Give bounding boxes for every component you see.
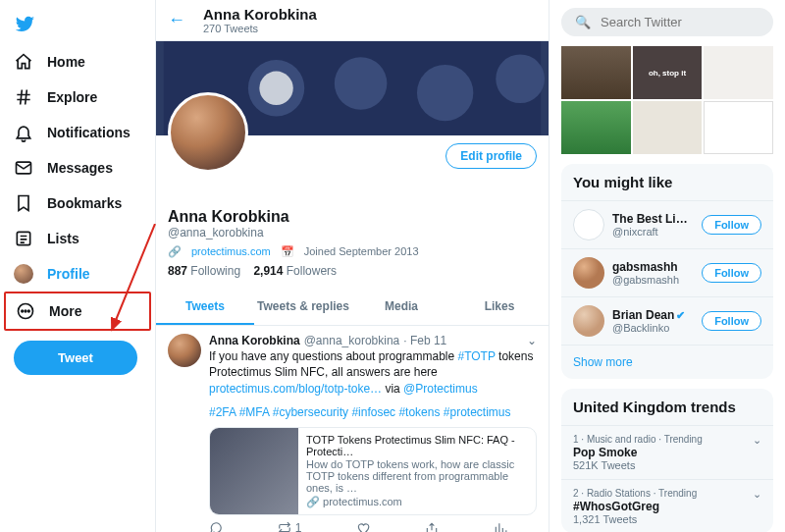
share-button[interactable]: [425, 521, 439, 532]
svg-point-5: [28, 310, 30, 312]
svg-point-4: [25, 310, 26, 312]
nav-label: Notifications: [47, 125, 131, 140]
profile-handle: @anna_korobkina: [168, 226, 537, 239]
nav-more[interactable]: More: [4, 292, 151, 331]
tab-replies[interactable]: Tweets & replies: [254, 290, 352, 325]
user-handle: @Backlinko: [612, 322, 694, 334]
tweet-author-handle[interactable]: @anna_korobkina: [304, 334, 400, 347]
tweet[interactable]: Anna Korobkina @anna_korobkina · Feb 11 …: [156, 326, 549, 532]
svg-point-3: [22, 310, 24, 312]
twitter-logo[interactable]: [4, 8, 151, 44]
verified-badge-icon: ✔: [676, 309, 685, 321]
primary-nav: Home Explore Notifications Messages Book…: [0, 0, 155, 532]
user-name: The Best Linux Blog I…: [612, 212, 694, 226]
trend-caret-icon[interactable]: ⌄: [753, 434, 761, 447]
nav-label: Explore: [47, 89, 97, 105]
search-icon: 🔍: [575, 15, 591, 29]
tweet-hashtags[interactable]: #2FA #MFA #cybersecurity #infosec #token…: [209, 405, 537, 419]
nav-label: Home: [47, 54, 85, 70]
tab-tweets[interactable]: Tweets: [156, 290, 254, 325]
trend-name: Pop Smoke: [573, 446, 761, 459]
mail-icon: [14, 158, 33, 178]
media-thumb[interactable]: [704, 46, 773, 99]
panel-title: United Kingdom trends: [561, 389, 773, 425]
svg-point-11: [496, 54, 545, 103]
nav-notifications[interactable]: Notifications: [4, 115, 151, 150]
svg-point-9: [335, 57, 388, 110]
card-desc: How do TOTP tokens work, how are classic…: [306, 458, 528, 494]
follow-button[interactable]: Follow: [702, 263, 761, 283]
list-icon: [14, 229, 33, 248]
tweet-actions: 1: [209, 521, 537, 532]
tweet-text: If you have any questions about programm…: [209, 348, 537, 398]
nav-explore[interactable]: Explore: [4, 80, 151, 115]
analytics-button[interactable]: [494, 521, 507, 532]
tab-likes[interactable]: Likes: [450, 290, 549, 325]
tweet-author-name[interactable]: Anna Korobkina: [209, 334, 300, 347]
media-thumb[interactable]: oh, stop it: [633, 46, 703, 99]
tweet-avatar[interactable]: [168, 334, 201, 367]
search-box[interactable]: 🔍: [561, 8, 773, 36]
follow-button[interactable]: Follow: [702, 311, 761, 331]
right-sidebar: 🔍 oh, stop it You might like The Best Li…: [550, 0, 785, 532]
svg-point-8: [259, 72, 292, 105]
tweet-caret-icon[interactable]: ⌄: [527, 334, 537, 347]
tab-media[interactable]: Media: [352, 290, 450, 325]
media-thumb[interactable]: [561, 101, 631, 154]
nav-lists[interactable]: Lists: [4, 221, 151, 256]
followers-link[interactable]: 2,914 Followers: [253, 264, 337, 278]
tweet-link[interactable]: protectimus.com/blog/totp-toke…: [209, 382, 382, 396]
card-url: 🔗 protectimus.com: [306, 496, 528, 508]
trend-context: 2 · Radio Stations · Trending: [573, 488, 761, 499]
trends-panel: United Kingdom trends ⌄ 1 · Music and ra…: [561, 389, 773, 532]
show-more-link[interactable]: Show more: [561, 345, 773, 379]
back-button[interactable]: ←: [168, 10, 185, 30]
edit-profile-button[interactable]: Edit profile: [445, 143, 537, 169]
follow-button[interactable]: Follow: [702, 215, 761, 235]
hashtag-link[interactable]: #TOTP: [458, 349, 496, 363]
user-handle: @gabsmashh: [612, 274, 694, 286]
user-name: gabsmashh: [612, 260, 694, 274]
trend-name: #WhosGotGreg: [573, 500, 761, 513]
media-thumb[interactable]: [633, 101, 703, 154]
nav-bookmarks[interactable]: Bookmarks: [4, 186, 151, 221]
reply-button[interactable]: [209, 521, 223, 532]
suggested-user[interactable]: Brian Dean✔ @Backlinko Follow: [561, 296, 773, 345]
nav-profile[interactable]: Profile: [4, 256, 151, 292]
bookmark-icon: [14, 193, 33, 213]
retweet-button[interactable]: 1: [278, 521, 302, 532]
trend-item[interactable]: ⌄ 1 · Music and radio · Trending Pop Smo…: [561, 425, 773, 479]
trend-stats: 521K Tweets: [573, 459, 761, 471]
profile-tabs: Tweets Tweets & replies Media Likes: [156, 290, 549, 326]
link-card[interactable]: TOTP Tokens Protectimus Slim NFC: FAQ - …: [209, 427, 537, 515]
bell-icon: [14, 123, 33, 142]
nav-label: More: [49, 303, 81, 319]
media-thumbnails: oh, stop it: [561, 46, 773, 154]
nav-label: Lists: [47, 231, 79, 246]
following-link[interactable]: 887 Following: [168, 264, 240, 278]
hash-icon: [14, 87, 33, 107]
profile-avatar[interactable]: [168, 92, 248, 173]
nav-home[interactable]: Home: [4, 44, 151, 80]
like-button[interactable]: [356, 521, 370, 532]
nav-messages[interactable]: Messages: [4, 150, 151, 186]
media-thumb[interactable]: [704, 101, 773, 154]
header-name: Anna Korobkina: [203, 6, 317, 23]
media-thumb[interactable]: [561, 46, 631, 99]
trend-caret-icon[interactable]: ⌄: [753, 488, 761, 501]
mention-link[interactable]: @Protectimus: [403, 382, 478, 396]
calendar-icon: 📅: [281, 245, 294, 258]
svg-point-10: [417, 65, 473, 121]
trend-item[interactable]: ⌄ 2 · Radio Stations · Trending #WhosGot…: [561, 479, 773, 532]
compose-tweet-button[interactable]: Tweet: [14, 341, 137, 375]
trend-context: 1 · Music and radio · Trending: [573, 434, 761, 445]
nav-label: Messages: [47, 160, 113, 176]
profile-link[interactable]: protectimus.com: [191, 245, 271, 257]
search-input[interactable]: [601, 15, 765, 29]
card-title: TOTP Tokens Protectimus Slim NFC: FAQ - …: [306, 434, 528, 457]
suggested-user[interactable]: gabsmashh @gabsmashh Follow: [561, 248, 773, 296]
link-icon: 🔗: [168, 245, 182, 258]
suggested-user[interactable]: The Best Linux Blog I… @nixcraft Follow: [561, 200, 773, 248]
profile-header: ← Anna Korobkina 270 Tweets: [156, 0, 549, 41]
avatar-icon: [14, 264, 33, 284]
